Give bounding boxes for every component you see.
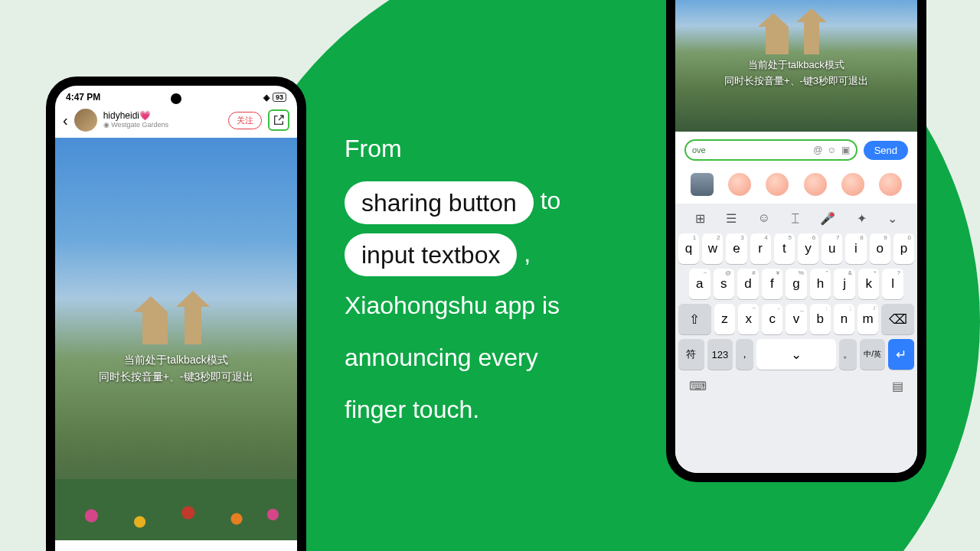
send-button[interactable]: Send	[864, 141, 908, 160]
key-l[interactable]: l?	[882, 269, 903, 299]
key-c[interactable]: c-	[762, 304, 782, 334]
image-attach-icon[interactable]: ▣	[841, 145, 850, 155]
key-q[interactable]: q1	[678, 233, 699, 264]
phone-left: 4:47 PM ◈ 93 ‹ hidyheidi💗 ◉ Westgate Gar…	[46, 77, 306, 551]
keyboard-footer: ⌨ ▤	[678, 374, 914, 393]
comment-input-value: ove	[692, 145, 706, 155]
image-house	[134, 291, 218, 344]
kb-magic-icon[interactable]: ✦	[857, 211, 867, 226]
key-s[interactable]: s@	[714, 269, 735, 299]
key-space[interactable]: ⌄	[756, 339, 835, 370]
key-f[interactable]: f¥	[762, 269, 783, 299]
image-flowers	[55, 479, 297, 540]
key-comma[interactable]: ，	[736, 339, 753, 370]
post-image-small[interactable]: 当前处于talkback模式 同时长按音量+、-键3秒即可退出	[675, 0, 917, 132]
pill-sharing-button: sharing button	[345, 181, 534, 224]
screen-right: 当前处于talkback模式 同时长按音量+、-键3秒即可退出 ove @ ☺ …	[675, 0, 917, 473]
key-p[interactable]: p0	[893, 233, 914, 264]
key-u[interactable]: u7	[822, 233, 842, 264]
at-icon[interactable]: @	[813, 145, 822, 155]
key-z[interactable]: z	[714, 304, 735, 334]
key-w[interactable]: w2	[702, 233, 723, 264]
kb-hide-icon[interactable]: ⌨	[689, 379, 707, 393]
pill-input-textbox: input textbox	[345, 233, 517, 276]
wifi-icon: ◈	[263, 93, 270, 103]
keyboard-row-3: ⇧ zx~c-v_b:n;m/ ⌫	[678, 304, 914, 334]
comment-bar: ove @ ☺ ▣ Send	[675, 132, 917, 168]
key-t[interactable]: t5	[774, 233, 795, 264]
avatar[interactable]	[74, 109, 97, 132]
key-backspace[interactable]: ⌫	[881, 304, 914, 334]
screen-left: 4:47 PM ◈ 93 ‹ hidyheidi💗 ◉ Westgate Gar…	[55, 86, 297, 551]
kb-collapse-icon[interactable]: ⌄	[887, 211, 897, 226]
share-icon	[273, 114, 285, 126]
key-g[interactable]: g%	[786, 269, 807, 299]
key-m[interactable]: m/	[858, 304, 878, 334]
emoji-sob[interactable]	[804, 173, 827, 196]
page-dots	[55, 540, 297, 551]
key-shift[interactable]: ⇧	[678, 304, 711, 334]
keyboard: ⊞ ☰ ☺ ⌶ 🎤 ✦ ⌄ q1w2e3r4t5y6u7i8o9p0 a~s@d…	[675, 204, 917, 473]
share-button[interactable]	[268, 109, 289, 131]
key-v[interactable]: v_	[786, 304, 806, 334]
headline-word: From	[345, 135, 402, 162]
key-e[interactable]: e3	[726, 233, 746, 264]
key-enter[interactable]: ↵	[888, 339, 914, 370]
keyboard-row-2: a~s@d#f¥g%h"j&k*l?	[678, 269, 914, 299]
kb-grid-icon[interactable]: ⊞	[695, 211, 705, 226]
keyboard-toolbar: ⊞ ☰ ☺ ⌶ 🎤 ✦ ⌄	[678, 208, 914, 229]
keyboard-row-4: 符 123 ， ⌄ 。 中/英 ↵	[678, 339, 914, 370]
follow-button[interactable]: 关注	[228, 112, 262, 129]
kb-mic-icon[interactable]: 🎤	[820, 211, 835, 226]
headline-line: announcing every	[345, 344, 538, 371]
image-house	[758, 8, 835, 54]
key-123[interactable]: 123	[707, 339, 733, 370]
talkback-overlay: 当前处于talkback模式 同时长按音量+、-键3秒即可退出	[55, 351, 297, 386]
key-i[interactable]: i8	[845, 233, 866, 264]
user-info[interactable]: hidyheidi💗 ◉ Westgate Gardens	[103, 111, 222, 129]
key-n[interactable]: n;	[834, 304, 854, 334]
location-label: ◉ Westgate Gardens	[103, 122, 222, 129]
emoji-crying[interactable]	[728, 173, 751, 196]
emoji-hearteyes[interactable]	[879, 173, 902, 196]
emoji-avatar[interactable]	[691, 173, 714, 196]
post-image[interactable]: 当前处于talkback模式 同时长按音量+、-键3秒即可退出	[55, 138, 297, 540]
key-y[interactable]: y6	[798, 233, 818, 264]
kb-cursor-icon[interactable]: ⌶	[792, 211, 799, 226]
status-time: 4:47 PM	[66, 92, 100, 103]
emoji-picker-icon[interactable]: ☺	[827, 145, 836, 155]
key-h[interactable]: h"	[810, 269, 831, 299]
headline-block: From sharing button to input textbox , X…	[345, 122, 635, 435]
emoji-kiss[interactable]	[766, 173, 789, 196]
emoji-suggestions	[675, 168, 917, 204]
battery-indicator: 93	[273, 93, 286, 102]
key-b[interactable]: b:	[810, 304, 831, 334]
kb-emoji-icon[interactable]: ☺	[758, 211, 770, 226]
headline-line: finger touch.	[345, 396, 479, 423]
kb-clipboard-icon[interactable]: ▤	[892, 379, 903, 393]
key-j[interactable]: j&	[834, 269, 855, 299]
key-period[interactable]: 。	[839, 339, 857, 370]
camera-notch	[171, 93, 181, 104]
key-x[interactable]: x~	[738, 304, 759, 334]
keyboard-row-1: q1w2e3r4t5y6u7i8o9p0	[678, 233, 914, 264]
post-header: ‹ hidyheidi💗 ◉ Westgate Gardens 关注	[55, 106, 297, 138]
phone-right: 当前处于talkback模式 同时长按音量+、-键3秒即可退出 ove @ ☺ …	[666, 0, 926, 482]
key-a[interactable]: a~	[689, 269, 710, 299]
headline-word: to	[541, 187, 561, 214]
back-icon[interactable]: ‹	[63, 112, 68, 129]
key-symbols[interactable]: 符	[678, 339, 704, 370]
key-d[interactable]: d#	[737, 269, 759, 299]
key-lang[interactable]: 中/英	[860, 339, 886, 370]
key-k[interactable]: k*	[858, 269, 880, 299]
comment-input[interactable]: ove @ ☺ ▣	[684, 139, 858, 161]
talkback-overlay: 当前处于talkback模式 同时长按音量+、-键3秒即可退出	[675, 57, 917, 90]
emoji-shy[interactable]	[841, 173, 864, 196]
headline-comma: ,	[524, 240, 531, 267]
key-r[interactable]: r4	[750, 233, 771, 264]
key-o[interactable]: o9	[870, 233, 890, 264]
headline-line: Xiaohongshu app is	[345, 292, 560, 319]
kb-menu-icon[interactable]: ☰	[726, 211, 737, 226]
